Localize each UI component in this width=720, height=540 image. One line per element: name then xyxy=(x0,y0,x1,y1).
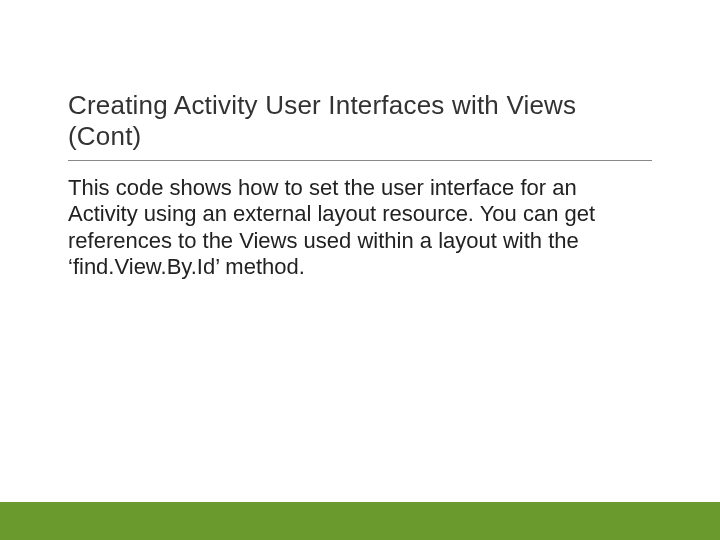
slide-title: Creating Activity User Interfaces with V… xyxy=(68,90,652,161)
slide: Creating Activity User Interfaces with V… xyxy=(0,0,720,540)
slide-body-text: This code shows how to set the user inte… xyxy=(68,175,628,281)
footer-bar xyxy=(0,502,720,540)
